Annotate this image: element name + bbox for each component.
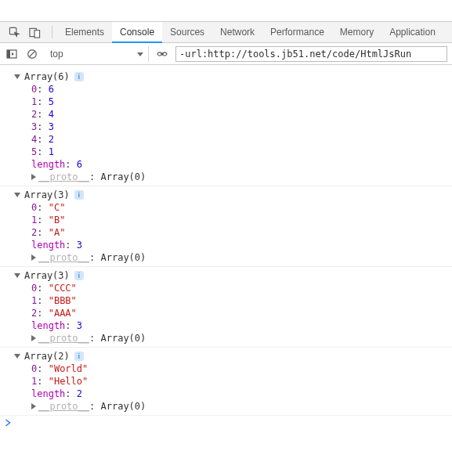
- array-item[interactable]: 1: "B": [31, 214, 452, 226]
- array-proto[interactable]: __proto__: Array(0): [31, 251, 452, 264]
- device-toggle-icon[interactable]: [27, 24, 42, 40]
- svg-marker-5: [12, 52, 14, 56]
- array-item[interactable]: 0: "World": [31, 362, 452, 375]
- array-item[interactable]: 4: 2: [31, 133, 452, 146]
- array-item[interactable]: 1: 5: [31, 96, 452, 108]
- svg-rect-4: [7, 50, 10, 58]
- tab-network[interactable]: Network: [212, 22, 262, 43]
- array-summary: Array(3): [24, 189, 70, 201]
- array-body: 0: 61: 52: 43: 34: 25: 1length: 6__proto…: [14, 83, 452, 183]
- disclosure-down-icon: [14, 354, 20, 359]
- info-icon[interactable]: i: [74, 352, 84, 361]
- tab-sources[interactable]: Sources: [162, 22, 212, 43]
- array-body: 0: "World"1: "Hello"length: 2__proto__: …: [14, 362, 452, 413]
- array-item[interactable]: 2: 4: [31, 108, 452, 121]
- array-item[interactable]: 0: 6: [31, 83, 452, 96]
- array-item[interactable]: 0: "CCC": [31, 282, 452, 294]
- disclosure-down-icon: [14, 273, 20, 278]
- array-length[interactable]: length: 2: [31, 388, 452, 400]
- array-header[interactable]: Array(3)i: [14, 189, 452, 201]
- array-body: 0: "C"1: "B"2: "A"length: 3__proto__: Ar…: [14, 201, 452, 264]
- info-icon[interactable]: i: [74, 271, 84, 280]
- context-label: top: [50, 49, 63, 60]
- chevron-down-icon: [137, 49, 143, 60]
- array-header[interactable]: Array(2)i: [14, 350, 452, 362]
- svg-rect-2: [34, 30, 40, 37]
- disclosure-right-icon: [31, 174, 36, 180]
- console-prompt[interactable]: [0, 416, 452, 431]
- svg-line-7: [29, 51, 34, 56]
- divider: [52, 26, 52, 38]
- toggle-sidebar-icon[interactable]: [5, 47, 19, 61]
- array-header[interactable]: Array(6)i: [14, 70, 452, 83]
- array-length[interactable]: length: 3: [31, 319, 452, 332]
- disclosure-down-icon: [14, 74, 20, 79]
- log-entry: Array(3)i0: "C"1: "B"2: "A"length: 3__pr…: [0, 186, 452, 267]
- tab-memory[interactable]: Memory: [332, 22, 381, 43]
- array-item[interactable]: 3: 3: [31, 121, 452, 133]
- info-icon[interactable]: i: [74, 190, 84, 200]
- tab-application[interactable]: Application: [381, 22, 443, 43]
- devtools-tabbar: Elements Console Sources Network Perform…: [0, 22, 452, 43]
- array-body: 0: "CCC"1: "BBB"2: "AAA"length: 3__proto…: [14, 282, 452, 344]
- array-item[interactable]: 2: "A": [31, 226, 452, 239]
- array-summary: Array(2): [24, 350, 70, 362]
- live-expression-icon[interactable]: [155, 47, 169, 61]
- array-item[interactable]: 5: 1: [31, 146, 452, 158]
- disclosure-right-icon: [31, 254, 36, 261]
- array-item[interactable]: 1: "Hello": [31, 375, 452, 388]
- filter-input[interactable]: [175, 46, 447, 62]
- window-blank-top: [0, 0, 452, 22]
- array-item[interactable]: 2: "AAA": [31, 307, 452, 319]
- array-length[interactable]: length: 3: [31, 239, 452, 251]
- array-proto[interactable]: __proto__: Array(0): [31, 332, 452, 344]
- disclosure-right-icon: [31, 403, 36, 409]
- array-length[interactable]: length: 6: [31, 158, 452, 171]
- array-header[interactable]: Array(3)i: [14, 269, 452, 282]
- log-entry: Array(2)i0: "World"1: "Hello"length: 2__…: [0, 348, 452, 416]
- tab-console[interactable]: Console: [112, 22, 162, 43]
- array-proto[interactable]: __proto__: Array(0): [31, 171, 452, 183]
- tab-elements[interactable]: Elements: [57, 22, 112, 43]
- disclosure-right-icon: [31, 335, 36, 341]
- console-output: Array(6)i0: 61: 52: 43: 34: 25: 1length:…: [0, 65, 452, 416]
- tab-performance[interactable]: Performance: [262, 22, 332, 43]
- clear-console-icon[interactable]: [25, 47, 39, 61]
- array-summary: Array(6): [24, 70, 70, 83]
- inspect-element-icon[interactable]: [6, 24, 22, 40]
- log-entry: Array(6)i0: 61: 52: 43: 34: 25: 1length:…: [0, 68, 452, 186]
- context-selector[interactable]: top: [45, 46, 149, 62]
- array-summary: Array(3): [24, 269, 70, 282]
- console-toolbar: top: [0, 43, 452, 65]
- array-item[interactable]: 0: "C": [31, 201, 452, 214]
- log-entry: Array(3)i0: "CCC"1: "BBB"2: "AAA"length:…: [0, 267, 452, 348]
- disclosure-down-icon: [14, 193, 20, 197]
- array-proto[interactable]: __proto__: Array(0): [31, 400, 452, 413]
- svg-marker-8: [137, 52, 143, 56]
- array-item[interactable]: 1: "BBB": [31, 294, 452, 307]
- svg-point-9: [161, 52, 164, 56]
- info-icon[interactable]: i: [74, 72, 84, 81]
